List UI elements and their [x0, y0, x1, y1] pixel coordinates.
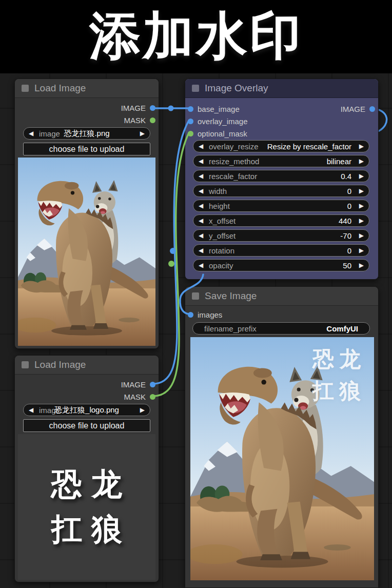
filename-prefix-widget[interactable]: filename_prefix ComfyUI	[192, 322, 370, 335]
widget-value: -70	[340, 231, 351, 240]
wire-midpoint-dot[interactable]	[168, 261, 174, 267]
port-label: MASK	[124, 393, 146, 401]
output-port-image[interactable]: IMAGE	[341, 103, 375, 115]
node-title: Image Overlay	[205, 83, 268, 94]
prev-arrow-icon[interactable]: ◀	[199, 245, 203, 256]
next-arrow-icon[interactable]: ▶	[359, 170, 364, 182]
widget-overlay-resize[interactable]: ◀ overlay_resize Resize by rescale_facto…	[193, 140, 369, 152]
widget-value: 0	[347, 187, 351, 195]
dino-wolf-photo	[18, 158, 155, 346]
prev-arrow-icon[interactable]: ◀	[199, 200, 203, 211]
image-combo-widget[interactable]: ◀ image 恐龙扛狼_logo.png ▶	[23, 404, 150, 416]
wire-midpoint-dot[interactable]	[168, 106, 174, 111]
widget-rescale-factor[interactable]: ◀ rescale_factor 0.4 ▶	[193, 170, 369, 182]
prev-arrow-icon[interactable]: ◀	[199, 170, 203, 182]
collapse-icon[interactable]	[192, 292, 199, 300]
node-titlebar[interactable]: Image Overlay	[185, 79, 378, 98]
port-label: IMAGE	[341, 105, 365, 113]
port-dot-icon[interactable]	[150, 394, 155, 400]
port-dot-icon[interactable]	[188, 312, 193, 318]
prev-arrow-icon[interactable]: ◀	[29, 404, 33, 416]
port-dot-icon[interactable]	[188, 119, 193, 124]
widget-label: rotation	[209, 246, 234, 255]
input-port-overlay-image[interactable]: overlay_image	[188, 115, 248, 127]
title-banner: 添加水印	[0, 0, 392, 73]
node-title: Save Image	[205, 290, 257, 302]
widget-label: y_offset	[209, 231, 236, 240]
input-port-images[interactable]: images	[188, 308, 222, 321]
image-combo-widget[interactable]: ◀ image 恐龙扛狼.png ▶	[23, 127, 150, 140]
port-label: MASK	[124, 116, 146, 125]
next-arrow-icon[interactable]: ▶	[359, 260, 364, 271]
widget-y-offset[interactable]: ◀ y_offset -70 ▶	[193, 229, 369, 242]
port-dot-icon[interactable]	[188, 106, 193, 112]
choose-file-button[interactable]: choose file to upload	[23, 419, 150, 432]
port-dot-icon[interactable]	[369, 106, 375, 112]
widget-label: overlay_resize	[209, 142, 259, 151]
port-dot-icon[interactable]	[188, 131, 193, 136]
widget-rotation[interactable]: ◀ rotation 0 ▶	[193, 244, 369, 257]
widget-resize-method[interactable]: ◀ resize_method bilinear ▶	[193, 155, 369, 167]
node-load-image-bottom[interactable]: Load Image IMAGE MASK ◀ image 恐龙扛狼_logo.…	[14, 355, 159, 582]
next-arrow-icon[interactable]: ▶	[359, 245, 364, 256]
choose-file-button[interactable]: choose file to upload	[23, 143, 150, 155]
wire-midpoint-dot[interactable]	[170, 248, 176, 254]
output-port-mask[interactable]: MASK	[124, 114, 155, 126]
collapse-icon[interactable]	[22, 85, 29, 92]
next-arrow-icon[interactable]: ▶	[359, 230, 364, 241]
widget-label: filename_prefix	[204, 324, 257, 333]
node-titlebar[interactable]: Load Image	[15, 356, 159, 375]
next-arrow-icon[interactable]: ▶	[359, 215, 364, 226]
node-titlebar[interactable]: Load Image	[15, 79, 159, 98]
output-port-image[interactable]: IMAGE	[121, 378, 155, 390]
port-label: optional_mask	[198, 129, 247, 138]
next-arrow-icon[interactable]: ▶	[140, 128, 145, 139]
node-titlebar[interactable]: Save Image	[185, 287, 378, 306]
watermark-line-2: 扛狼	[312, 375, 366, 407]
widget-value: 恐龙扛狼.png	[39, 129, 134, 139]
prev-arrow-icon[interactable]: ◀	[199, 215, 203, 226]
widget-value: bilinear	[327, 157, 351, 166]
collapse-icon[interactable]	[192, 85, 199, 92]
widget-value: Resize by rescale_factor	[267, 142, 351, 151]
node-load-image-top[interactable]: Load Image IMAGE MASK ◀ image 恐龙扛狼.png ▶…	[14, 79, 159, 349]
widget-label: rescale_factor	[209, 172, 257, 181]
node-image-overlay[interactable]: Image Overlay base_image overlay_image o…	[185, 79, 379, 280]
next-arrow-icon[interactable]: ▶	[359, 185, 364, 197]
comfyui-canvas[interactable]: Load Image IMAGE MASK ◀ image 恐龙扛狼.png ▶…	[0, 0, 392, 588]
next-arrow-icon[interactable]: ▶	[140, 404, 145, 416]
collapse-icon[interactable]	[22, 361, 29, 368]
image-preview	[18, 158, 155, 346]
next-arrow-icon[interactable]: ▶	[359, 155, 364, 167]
widget-label: width	[209, 187, 227, 195]
widget-width[interactable]: ◀ width 0 ▶	[193, 185, 369, 197]
port-dot-icon[interactable]	[150, 105, 155, 111]
input-port-optional-mask[interactable]: optional_mask	[188, 127, 247, 140]
saved-image-preview: 恐龙 扛狼	[190, 337, 374, 580]
prev-arrow-icon[interactable]: ◀	[199, 185, 203, 197]
next-arrow-icon[interactable]: ▶	[359, 200, 364, 211]
widget-height[interactable]: ◀ height 0 ▶	[193, 200, 369, 212]
next-arrow-icon[interactable]: ▶	[359, 141, 364, 152]
widget-value: 0.4	[341, 172, 351, 181]
logo-line-1: 恐龙	[42, 462, 131, 507]
prev-arrow-icon[interactable]: ◀	[199, 141, 203, 152]
node-title: Load Image	[34, 83, 86, 94]
output-port-image[interactable]: IMAGE	[121, 102, 155, 114]
prev-arrow-icon[interactable]: ◀	[199, 230, 203, 241]
prev-arrow-icon[interactable]: ◀	[29, 128, 33, 139]
port-label: IMAGE	[121, 380, 146, 389]
widget-opacity[interactable]: ◀ opacity 50 ▶	[193, 259, 369, 271]
widget-x-offset[interactable]: ◀ x_offset 440 ▶	[193, 214, 369, 227]
watermark-text: 恐龙 扛狼	[312, 343, 366, 407]
port-label: images	[198, 310, 222, 319]
port-dot-icon[interactable]	[150, 382, 155, 387]
widget-value: 0	[347, 202, 351, 210]
input-port-base-image[interactable]: base_image	[188, 103, 240, 115]
output-port-mask[interactable]: MASK	[124, 390, 155, 403]
page-title: 添加水印	[89, 2, 303, 71]
prev-arrow-icon[interactable]: ◀	[199, 260, 203, 271]
node-save-image[interactable]: Save Image images filename_prefix ComfyU…	[185, 286, 379, 588]
port-dot-icon[interactable]	[150, 117, 155, 123]
prev-arrow-icon[interactable]: ◀	[199, 155, 203, 167]
